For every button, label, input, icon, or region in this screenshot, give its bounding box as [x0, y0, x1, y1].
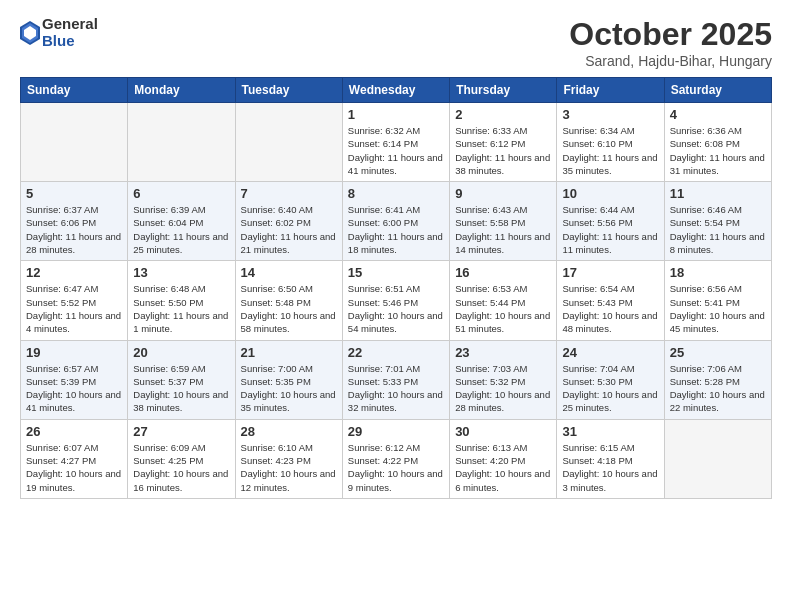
- table-row: 8Sunrise: 6:41 AMSunset: 6:00 PMDaylight…: [342, 182, 449, 261]
- day-number: 8: [348, 186, 444, 201]
- day-number: 9: [455, 186, 551, 201]
- day-info: Sunrise: 6:39 AMSunset: 6:04 PMDaylight:…: [133, 203, 229, 256]
- day-info: Sunrise: 6:37 AMSunset: 6:06 PMDaylight:…: [26, 203, 122, 256]
- table-row: 23Sunrise: 7:03 AMSunset: 5:32 PMDayligh…: [450, 340, 557, 419]
- table-row: 11Sunrise: 6:46 AMSunset: 5:54 PMDayligh…: [664, 182, 771, 261]
- table-row: 21Sunrise: 7:00 AMSunset: 5:35 PMDayligh…: [235, 340, 342, 419]
- table-row: 2Sunrise: 6:33 AMSunset: 6:12 PMDaylight…: [450, 103, 557, 182]
- header-sunday: Sunday: [21, 78, 128, 103]
- table-row: [235, 103, 342, 182]
- day-info: Sunrise: 6:47 AMSunset: 5:52 PMDaylight:…: [26, 282, 122, 335]
- day-info: Sunrise: 6:54 AMSunset: 5:43 PMDaylight:…: [562, 282, 658, 335]
- day-number: 10: [562, 186, 658, 201]
- table-row: 27Sunrise: 6:09 AMSunset: 4:25 PMDayligh…: [128, 419, 235, 498]
- table-row: [128, 103, 235, 182]
- day-number: 16: [455, 265, 551, 280]
- day-info: Sunrise: 6:44 AMSunset: 5:56 PMDaylight:…: [562, 203, 658, 256]
- table-row: 9Sunrise: 6:43 AMSunset: 5:58 PMDaylight…: [450, 182, 557, 261]
- calendar-week-row: 19Sunrise: 6:57 AMSunset: 5:39 PMDayligh…: [21, 340, 772, 419]
- table-row: [21, 103, 128, 182]
- day-info: Sunrise: 6:57 AMSunset: 5:39 PMDaylight:…: [26, 362, 122, 415]
- table-row: 17Sunrise: 6:54 AMSunset: 5:43 PMDayligh…: [557, 261, 664, 340]
- table-row: 25Sunrise: 7:06 AMSunset: 5:28 PMDayligh…: [664, 340, 771, 419]
- day-number: 19: [26, 345, 122, 360]
- table-row: 13Sunrise: 6:48 AMSunset: 5:50 PMDayligh…: [128, 261, 235, 340]
- table-row: [664, 419, 771, 498]
- day-info: Sunrise: 6:15 AMSunset: 4:18 PMDaylight:…: [562, 441, 658, 494]
- day-info: Sunrise: 6:33 AMSunset: 6:12 PMDaylight:…: [455, 124, 551, 177]
- header-monday: Monday: [128, 78, 235, 103]
- table-row: 6Sunrise: 6:39 AMSunset: 6:04 PMDaylight…: [128, 182, 235, 261]
- day-number: 12: [26, 265, 122, 280]
- table-row: 22Sunrise: 7:01 AMSunset: 5:33 PMDayligh…: [342, 340, 449, 419]
- table-row: 26Sunrise: 6:07 AMSunset: 4:27 PMDayligh…: [21, 419, 128, 498]
- day-number: 11: [670, 186, 766, 201]
- day-number: 20: [133, 345, 229, 360]
- day-info: Sunrise: 6:46 AMSunset: 5:54 PMDaylight:…: [670, 203, 766, 256]
- table-row: 29Sunrise: 6:12 AMSunset: 4:22 PMDayligh…: [342, 419, 449, 498]
- header-saturday: Saturday: [664, 78, 771, 103]
- day-number: 31: [562, 424, 658, 439]
- day-number: 6: [133, 186, 229, 201]
- day-info: Sunrise: 6:36 AMSunset: 6:08 PMDaylight:…: [670, 124, 766, 177]
- day-number: 26: [26, 424, 122, 439]
- day-number: 7: [241, 186, 337, 201]
- day-info: Sunrise: 6:43 AMSunset: 5:58 PMDaylight:…: [455, 203, 551, 256]
- day-number: 15: [348, 265, 444, 280]
- day-info: Sunrise: 6:09 AMSunset: 4:25 PMDaylight:…: [133, 441, 229, 494]
- table-row: 5Sunrise: 6:37 AMSunset: 6:06 PMDaylight…: [21, 182, 128, 261]
- logo-text: General Blue: [42, 16, 98, 49]
- page: General Blue October 2025 Sarand, Hajdu-…: [0, 0, 792, 612]
- day-number: 17: [562, 265, 658, 280]
- table-row: 30Sunrise: 6:13 AMSunset: 4:20 PMDayligh…: [450, 419, 557, 498]
- calendar-title: October 2025: [569, 16, 772, 53]
- day-info: Sunrise: 6:34 AMSunset: 6:10 PMDaylight:…: [562, 124, 658, 177]
- day-number: 3: [562, 107, 658, 122]
- day-info: Sunrise: 6:13 AMSunset: 4:20 PMDaylight:…: [455, 441, 551, 494]
- table-row: 31Sunrise: 6:15 AMSunset: 4:18 PMDayligh…: [557, 419, 664, 498]
- table-row: 7Sunrise: 6:40 AMSunset: 6:02 PMDaylight…: [235, 182, 342, 261]
- table-row: 10Sunrise: 6:44 AMSunset: 5:56 PMDayligh…: [557, 182, 664, 261]
- day-info: Sunrise: 6:10 AMSunset: 4:23 PMDaylight:…: [241, 441, 337, 494]
- title-block: October 2025 Sarand, Hajdu-Bihar, Hungar…: [569, 16, 772, 69]
- calendar-subtitle: Sarand, Hajdu-Bihar, Hungary: [569, 53, 772, 69]
- day-number: 14: [241, 265, 337, 280]
- header-friday: Friday: [557, 78, 664, 103]
- header: General Blue October 2025 Sarand, Hajdu-…: [20, 16, 772, 69]
- header-tuesday: Tuesday: [235, 78, 342, 103]
- day-info: Sunrise: 6:07 AMSunset: 4:27 PMDaylight:…: [26, 441, 122, 494]
- day-number: 13: [133, 265, 229, 280]
- day-number: 23: [455, 345, 551, 360]
- day-info: Sunrise: 7:06 AMSunset: 5:28 PMDaylight:…: [670, 362, 766, 415]
- table-row: 15Sunrise: 6:51 AMSunset: 5:46 PMDayligh…: [342, 261, 449, 340]
- day-info: Sunrise: 6:50 AMSunset: 5:48 PMDaylight:…: [241, 282, 337, 335]
- table-row: 18Sunrise: 6:56 AMSunset: 5:41 PMDayligh…: [664, 261, 771, 340]
- day-info: Sunrise: 6:32 AMSunset: 6:14 PMDaylight:…: [348, 124, 444, 177]
- day-number: 28: [241, 424, 337, 439]
- table-row: 24Sunrise: 7:04 AMSunset: 5:30 PMDayligh…: [557, 340, 664, 419]
- day-info: Sunrise: 6:12 AMSunset: 4:22 PMDaylight:…: [348, 441, 444, 494]
- day-number: 22: [348, 345, 444, 360]
- day-info: Sunrise: 6:53 AMSunset: 5:44 PMDaylight:…: [455, 282, 551, 335]
- calendar-table: Sunday Monday Tuesday Wednesday Thursday…: [20, 77, 772, 499]
- table-row: 19Sunrise: 6:57 AMSunset: 5:39 PMDayligh…: [21, 340, 128, 419]
- day-number: 2: [455, 107, 551, 122]
- header-wednesday: Wednesday: [342, 78, 449, 103]
- day-info: Sunrise: 7:00 AMSunset: 5:35 PMDaylight:…: [241, 362, 337, 415]
- table-row: 3Sunrise: 6:34 AMSunset: 6:10 PMDaylight…: [557, 103, 664, 182]
- calendar-week-row: 12Sunrise: 6:47 AMSunset: 5:52 PMDayligh…: [21, 261, 772, 340]
- day-info: Sunrise: 6:48 AMSunset: 5:50 PMDaylight:…: [133, 282, 229, 335]
- table-row: 20Sunrise: 6:59 AMSunset: 5:37 PMDayligh…: [128, 340, 235, 419]
- logo: General Blue: [20, 16, 98, 49]
- day-number: 25: [670, 345, 766, 360]
- day-info: Sunrise: 6:40 AMSunset: 6:02 PMDaylight:…: [241, 203, 337, 256]
- day-number: 30: [455, 424, 551, 439]
- table-row: 14Sunrise: 6:50 AMSunset: 5:48 PMDayligh…: [235, 261, 342, 340]
- day-info: Sunrise: 6:59 AMSunset: 5:37 PMDaylight:…: [133, 362, 229, 415]
- day-number: 4: [670, 107, 766, 122]
- day-number: 5: [26, 186, 122, 201]
- calendar-week-row: 5Sunrise: 6:37 AMSunset: 6:06 PMDaylight…: [21, 182, 772, 261]
- logo-blue: Blue: [42, 33, 98, 50]
- calendar-week-row: 26Sunrise: 6:07 AMSunset: 4:27 PMDayligh…: [21, 419, 772, 498]
- day-info: Sunrise: 7:04 AMSunset: 5:30 PMDaylight:…: [562, 362, 658, 415]
